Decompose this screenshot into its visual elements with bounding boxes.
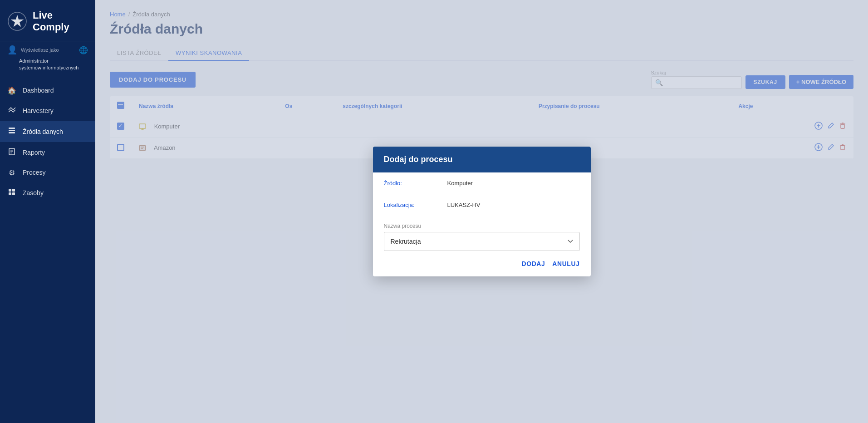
modal-footer: DODAJ ANULUJ (373, 251, 591, 276)
user-role: Administratorsystemów informatycznych (0, 57, 95, 77)
sidebar-item-label-dashboard: Dashboard (23, 87, 54, 94)
modal-source-value: Komputer (447, 172, 580, 194)
sidebar-item-label-raporty: Raporty (23, 149, 45, 156)
modal-add-button[interactable]: DODAJ (522, 260, 545, 267)
sidebar-item-zasoby[interactable]: Zasoby (0, 182, 95, 203)
sidebar-item-raporty[interactable]: Raporty (0, 142, 95, 163)
svg-rect-12 (12, 192, 15, 195)
main-content: Home / Źródła danych Źródła danych LISTA… (95, 0, 868, 423)
sidebar-item-harvestery[interactable]: Harvestery (0, 100, 95, 121)
sidebar-item-label-zasoby: Zasoby (23, 189, 44, 197)
harvestery-icon (7, 106, 16, 116)
sidebar-item-procesy[interactable]: ⚙ Procesy (0, 163, 95, 182)
modal-cancel-button[interactable]: ANULUJ (552, 260, 579, 267)
modal-location-label: Lokalizacja: (384, 194, 447, 216)
modal-source-label: Źródło: (384, 172, 447, 194)
viewing-as-label: Wyświetlasz jako (21, 47, 59, 53)
sidebar-user-section: 👤 Wyświetlasz jako 🌐 (0, 41, 95, 57)
modal-add-to-process: Dodaj do procesu Źródło: Komputer Lokali… (373, 147, 591, 276)
sidebar-nav: 🏠 Dashboard Harvestery Źródła danych Rap… (0, 77, 95, 423)
modal-source-field: Źródło: Komputer (384, 172, 580, 194)
raporty-icon (7, 148, 16, 157)
zasoby-icon (7, 188, 16, 198)
sidebar: Live Comply 👤 Wyświetlasz jako 🌐 Adminis… (0, 0, 95, 423)
modal-body: Źródło: Komputer Lokalizacja: LUKASZ-HV (373, 172, 591, 216)
svg-rect-2 (9, 128, 15, 129)
user-icon: 👤 (7, 45, 17, 55)
sidebar-logo: Live Comply (0, 0, 95, 41)
modal-process-select[interactable]: Rekrutacja Proces 2 Proces 3 (384, 232, 580, 251)
svg-rect-11 (9, 192, 11, 195)
logo-icon (7, 11, 27, 31)
app-name: Live Comply (33, 10, 88, 34)
modal-location-field: Lokalizacja: LUKASZ-HV (384, 194, 580, 216)
sidebar-item-label-harvestery: Harvestery (23, 107, 54, 114)
sidebar-item-zrodla-danych[interactable]: Źródła danych (0, 121, 95, 142)
globe-icon[interactable]: 🌐 (79, 46, 88, 54)
svg-rect-9 (9, 189, 11, 192)
sidebar-item-label-procesy: Procesy (23, 169, 46, 176)
modal-title: Dodaj do procesu (373, 147, 591, 172)
svg-rect-10 (12, 189, 15, 192)
dashboard-icon: 🏠 (7, 86, 16, 95)
zrodla-icon (7, 127, 16, 137)
svg-marker-1 (11, 15, 24, 27)
sidebar-item-dashboard[interactable]: 🏠 Dashboard (0, 81, 95, 100)
modal-process-section: Nazwa procesu Rekrutacja Proces 2 Proces… (373, 216, 591, 251)
procesy-icon: ⚙ (7, 168, 16, 177)
modal-location-value: LUKASZ-HV (447, 194, 580, 216)
modal-process-name-label: Nazwa procesu (384, 223, 580, 229)
svg-rect-4 (9, 132, 15, 133)
svg-rect-3 (9, 130, 15, 131)
sidebar-item-label-zrodla: Źródła danych (23, 128, 63, 135)
